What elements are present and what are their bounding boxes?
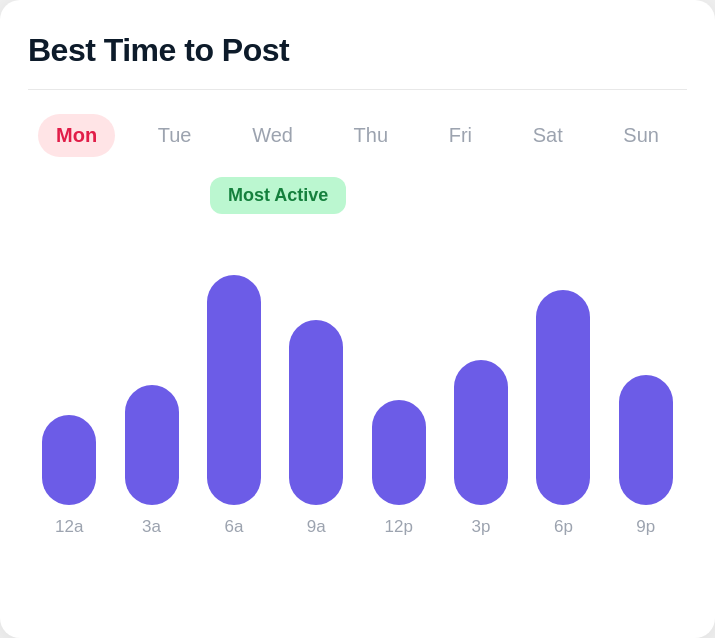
card-title: Best Time to Post bbox=[28, 32, 687, 69]
bar-wrap-9a bbox=[275, 320, 357, 505]
bar-3a bbox=[125, 385, 179, 505]
x-label-9a: 9a bbox=[275, 517, 357, 537]
x-labels: 12a3a6a9a12p3p6p9p bbox=[28, 517, 687, 537]
day-tabs: MonTueWedThuFriSatSun bbox=[28, 114, 687, 157]
bar-12p bbox=[372, 400, 426, 505]
divider bbox=[28, 89, 687, 90]
bar-6p bbox=[536, 290, 590, 505]
bar-3p bbox=[454, 360, 508, 505]
chart-area: Most Active 12a3a6a9a12p3p6p9p bbox=[28, 185, 687, 614]
day-tab-thu[interactable]: Thu bbox=[336, 114, 406, 157]
day-tab-fri[interactable]: Fri bbox=[431, 114, 490, 157]
x-label-12p: 12p bbox=[358, 517, 440, 537]
bar-6a bbox=[207, 275, 261, 505]
bar-wrap-6a bbox=[193, 275, 275, 505]
x-label-3p: 3p bbox=[440, 517, 522, 537]
x-label-12a: 12a bbox=[28, 517, 110, 537]
day-tab-tue[interactable]: Tue bbox=[140, 114, 210, 157]
bar-wrap-3p bbox=[440, 360, 522, 505]
bar-wrap-6p bbox=[522, 290, 604, 505]
bars-container bbox=[28, 185, 687, 505]
bar-wrap-12p bbox=[358, 400, 440, 505]
bar-9p bbox=[619, 375, 673, 505]
x-label-6p: 6p bbox=[522, 517, 604, 537]
day-tab-wed[interactable]: Wed bbox=[234, 114, 311, 157]
day-tab-sun[interactable]: Sun bbox=[605, 114, 677, 157]
x-label-9p: 9p bbox=[605, 517, 687, 537]
bar-wrap-12a bbox=[28, 415, 110, 505]
bar-wrap-9p bbox=[605, 375, 687, 505]
bar-wrap-3a bbox=[110, 385, 192, 505]
day-tab-mon[interactable]: Mon bbox=[38, 114, 115, 157]
x-label-3a: 3a bbox=[110, 517, 192, 537]
bar-9a bbox=[289, 320, 343, 505]
best-time-card: Best Time to Post MonTueWedThuFriSatSun … bbox=[0, 0, 715, 638]
bar-12a bbox=[42, 415, 96, 505]
day-tab-sat[interactable]: Sat bbox=[515, 114, 581, 157]
most-active-label: Most Active bbox=[210, 177, 346, 214]
x-label-6a: 6a bbox=[193, 517, 275, 537]
